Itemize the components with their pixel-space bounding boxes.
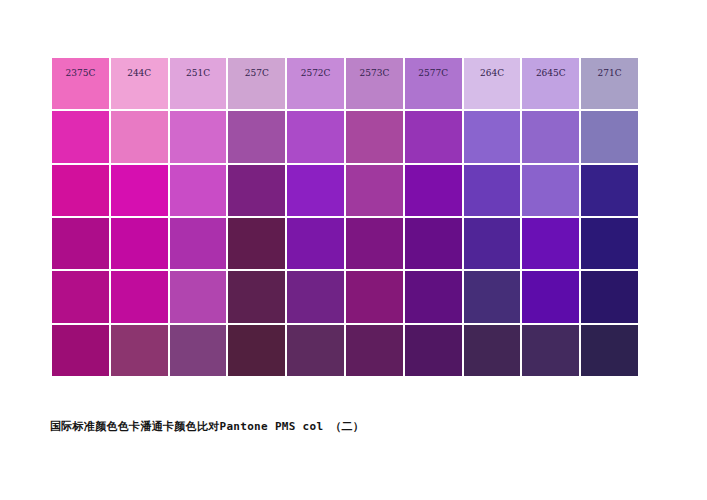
color-swatch xyxy=(228,165,285,216)
color-swatch xyxy=(287,271,344,322)
color-grid: 2375C244C251C257C2572C2573C2577C264C2645… xyxy=(52,58,638,376)
color-swatch-251c: 251C xyxy=(170,58,227,109)
color-swatch xyxy=(405,111,462,162)
color-swatch xyxy=(170,111,227,162)
swatch-label: 271C xyxy=(581,68,638,78)
color-swatch-257c: 257C xyxy=(228,58,285,109)
color-swatch xyxy=(346,325,403,376)
swatch-label: 2572C xyxy=(287,68,344,78)
color-swatch xyxy=(111,111,168,162)
color-swatch xyxy=(52,165,109,216)
caption: 国际标准颜色色卡潘通卡颜色比对Pantone PMS col （二） xyxy=(50,419,364,434)
color-swatch xyxy=(346,111,403,162)
color-swatch xyxy=(228,218,285,269)
color-swatch-2572c: 2572C xyxy=(287,58,344,109)
color-swatch xyxy=(111,165,168,216)
color-swatch xyxy=(522,218,579,269)
color-swatch-2573c: 2573C xyxy=(346,58,403,109)
color-swatch xyxy=(111,271,168,322)
color-swatch xyxy=(170,218,227,269)
color-swatch-2645c: 2645C xyxy=(522,58,579,109)
swatch-label: 2573C xyxy=(346,68,403,78)
color-swatch xyxy=(522,111,579,162)
color-swatch-271c: 271C xyxy=(581,58,638,109)
color-swatch xyxy=(522,271,579,322)
color-swatch xyxy=(405,165,462,216)
color-swatch-2577c: 2577C xyxy=(405,58,462,109)
color-swatch xyxy=(464,165,521,216)
color-swatch xyxy=(405,325,462,376)
color-swatch xyxy=(581,165,638,216)
color-swatch xyxy=(581,325,638,376)
color-swatch xyxy=(52,111,109,162)
swatch-label: 257C xyxy=(228,68,285,78)
color-swatch xyxy=(464,111,521,162)
color-swatch xyxy=(581,111,638,162)
color-swatch xyxy=(464,271,521,322)
color-swatch xyxy=(287,218,344,269)
color-swatch xyxy=(111,218,168,269)
swatch-label: 2645C xyxy=(522,68,579,78)
color-swatch xyxy=(464,325,521,376)
color-swatch xyxy=(170,271,227,322)
swatch-label: 244C xyxy=(111,68,168,78)
color-swatch xyxy=(52,271,109,322)
color-swatch-244c: 244C xyxy=(111,58,168,109)
color-swatch xyxy=(170,165,227,216)
swatch-label: 264C xyxy=(464,68,521,78)
color-swatch-2375c: 2375C xyxy=(52,58,109,109)
color-swatch xyxy=(346,165,403,216)
color-swatch xyxy=(228,271,285,322)
color-swatch xyxy=(287,165,344,216)
color-swatch xyxy=(111,325,168,376)
color-swatch xyxy=(581,271,638,322)
color-swatch xyxy=(405,218,462,269)
color-swatch xyxy=(346,218,403,269)
color-swatch-264c: 264C xyxy=(464,58,521,109)
swatch-label: 2577C xyxy=(405,68,462,78)
color-swatch xyxy=(287,111,344,162)
color-swatch xyxy=(52,218,109,269)
color-swatch xyxy=(52,325,109,376)
color-swatch xyxy=(346,271,403,322)
swatch-label: 2375C xyxy=(52,68,109,78)
color-swatch xyxy=(228,111,285,162)
color-swatch xyxy=(228,325,285,376)
color-swatch xyxy=(287,325,344,376)
color-swatch xyxy=(522,165,579,216)
color-swatch xyxy=(405,271,462,322)
color-swatch xyxy=(170,325,227,376)
color-swatch xyxy=(581,218,638,269)
color-swatch xyxy=(522,325,579,376)
color-card-page: 2375C244C251C257C2572C2573C2577C264C2645… xyxy=(0,0,707,500)
swatch-label: 251C xyxy=(170,68,227,78)
color-swatch xyxy=(464,218,521,269)
